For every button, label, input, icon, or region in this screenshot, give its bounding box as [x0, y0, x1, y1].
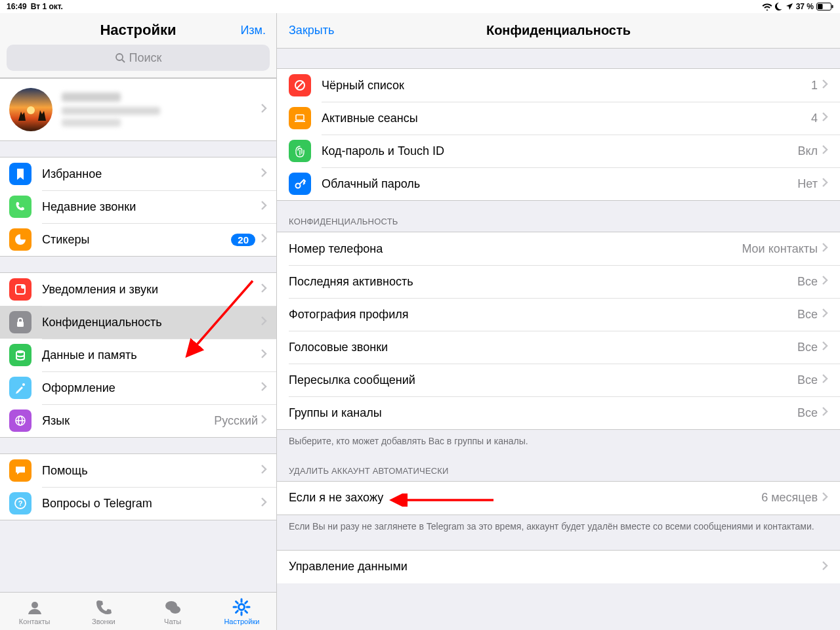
tab-label: Звонки: [92, 618, 116, 625]
chevron-right-icon: [822, 492, 828, 505]
chevron-right-icon: [822, 112, 828, 125]
moon-icon: [775, 3, 783, 10]
cell-value: Все: [797, 275, 818, 289]
sidebar-item-label: Вопросы о Telegram: [42, 497, 261, 511]
chevron-right-icon: [261, 200, 267, 213]
detail-scroll[interactable]: Чёрный список1Активные сеансы4Код-пароль…: [277, 49, 840, 630]
search-icon: [115, 52, 125, 63]
chevron-right-icon: [822, 341, 828, 354]
tab-settings[interactable]: Настройки: [207, 593, 276, 630]
profile-phone-blur: [62, 107, 160, 115]
svg-rect-2: [832, 5, 833, 9]
cell-label: Облачный пароль: [322, 177, 797, 191]
status-date: Вт 1 окт.: [31, 2, 63, 11]
svg-rect-1: [818, 4, 823, 9]
tab-label: Настройки: [224, 618, 259, 625]
sidebar-scroll[interactable]: ИзбранноеНедавние звонкиСтикеры20Уведомл…: [0, 78, 276, 592]
security-cloudpwd-cell[interactable]: Облачный парольНет: [277, 167, 840, 200]
sidebar-item-saved[interactable]: Избранное: [0, 158, 276, 190]
profile-name-blur: [62, 93, 121, 102]
sidebar: Настройки Изм. Поиск: [0, 13, 277, 630]
close-button[interactable]: Закрыть: [289, 24, 334, 37]
sidebar-item-appearance[interactable]: Оформление: [0, 371, 276, 404]
cell-value: Вкл: [797, 144, 818, 158]
cell-label: Группы и каналы: [289, 406, 797, 420]
battery-icon: [816, 3, 833, 10]
sidebar-item-label: Уведомления и звуки: [42, 283, 261, 297]
privacy-groups-cell[interactable]: Группы и каналыВсе: [277, 396, 840, 429]
privacy-lastseen-cell[interactable]: Последняя активностьВсе: [277, 265, 840, 298]
cell-value: 4: [811, 112, 818, 125]
sidebar-item-data[interactable]: Данные и память: [0, 339, 276, 371]
svg-rect-9: [17, 322, 24, 327]
privacy-voice-cell[interactable]: Голосовые звонкиВсе: [277, 331, 840, 364]
security-blocked-cell[interactable]: Чёрный список1: [277, 69, 840, 102]
sidebar-item-lang[interactable]: ЯзыкРусский: [0, 404, 276, 437]
privacy-phone-cell[interactable]: Номер телефонаМои контакты: [277, 232, 840, 265]
sidebar-item-calls[interactable]: Недавние звонки: [0, 190, 276, 223]
tab-calls[interactable]: Звонки: [69, 593, 138, 630]
sidebar-item-label: Язык: [42, 414, 214, 428]
privacy-section-footer: Выберите, кто может добавлять Вас в груп…: [277, 430, 840, 450]
contacts-icon: [26, 598, 44, 618]
chevron-right-icon: [822, 308, 828, 321]
security-sessions-cell[interactable]: Активные сеансы4: [277, 102, 840, 135]
svg-line-26: [245, 610, 247, 612]
sidebar-item-faq[interactable]: ?Вопросы о Telegram: [0, 487, 276, 520]
avatar: [9, 88, 52, 131]
wifi-icon: [762, 3, 772, 10]
battery-text: 37 %: [796, 2, 814, 11]
privacy-forward-cell[interactable]: Пересылка сообщенийВсе: [277, 364, 840, 396]
question-icon: ?: [9, 492, 32, 514]
sidebar-item-notif[interactable]: Уведомления и звуки: [0, 273, 276, 306]
cell-label: Чёрный список: [322, 79, 811, 93]
manage-data-cell[interactable]: Управление данными: [277, 551, 840, 583]
profile-cell[interactable]: [0, 79, 276, 140]
detail-header: Закрыть Конфиденциальность: [277, 13, 840, 49]
cell-value: Мои контакты: [742, 242, 818, 256]
chevron-right-icon: [822, 177, 828, 190]
cell-value: Все: [797, 373, 818, 387]
svg-point-17: [32, 602, 38, 608]
edit-button[interactable]: Изм.: [240, 24, 266, 37]
chevron-right-icon: [822, 275, 828, 288]
svg-point-11: [22, 383, 25, 386]
detail-pane: Закрыть Конфиденциальность Чёрный список…: [277, 13, 840, 630]
badge: 20: [231, 234, 255, 246]
sidebar-item-help[interactable]: Помощь: [0, 454, 276, 487]
tab-chats[interactable]: Чаты: [138, 593, 207, 630]
chevron-right-icon: [261, 464, 267, 477]
globe-icon: [9, 410, 32, 432]
svg-point-20: [239, 604, 245, 610]
tab-contacts[interactable]: Контакты: [0, 593, 69, 630]
tab-label: Чаты: [164, 618, 181, 625]
security-passcode-cell[interactable]: Код-пароль и Touch IDВкл: [277, 135, 840, 167]
delete-section-header: УДАЛИТЬ АККАУНТ АВТОМАТИЧЕСКИ: [277, 450, 840, 481]
chevron-right-icon: [261, 233, 267, 246]
cell-label: Код-пароль и Touch ID: [322, 144, 797, 158]
chevron-right-icon: [822, 79, 828, 92]
phone-icon: [9, 196, 32, 218]
tab-label: Контакты: [19, 618, 51, 625]
block-icon: [289, 74, 311, 96]
svg-rect-32: [296, 115, 304, 120]
auto-delete-cell[interactable]: Если я не захожу 6 месяцев: [277, 482, 840, 514]
profile-username-blur: [62, 119, 121, 127]
svg-point-19: [170, 606, 180, 614]
cell-label: Активные сеансы: [322, 112, 811, 125]
sidebar-item-label: Стикеры: [42, 233, 231, 247]
cell-label: Номер телефона: [289, 242, 742, 256]
gear-icon: [232, 598, 251, 618]
privacy-section-header: КОНФИДЕНЦИАЛЬНОСТЬ: [277, 201, 840, 232]
privacy-photo-cell[interactable]: Фотография профиляВсе: [277, 298, 840, 331]
chevron-right-icon: [261, 497, 267, 510]
search-input[interactable]: Поиск: [7, 45, 270, 71]
svg-point-3: [116, 54, 123, 60]
notif-icon: [9, 278, 32, 301]
sidebar-item-stickers[interactable]: Стикеры20: [0, 223, 276, 256]
auto-delete-value: 6 месяцев: [761, 491, 818, 505]
chevron-right-icon: [261, 348, 267, 362]
sidebar-item-privacy[interactable]: Конфиденциальность: [0, 306, 276, 339]
cell-value: Все: [797, 341, 818, 354]
cell-label: Последняя активность: [289, 275, 797, 289]
